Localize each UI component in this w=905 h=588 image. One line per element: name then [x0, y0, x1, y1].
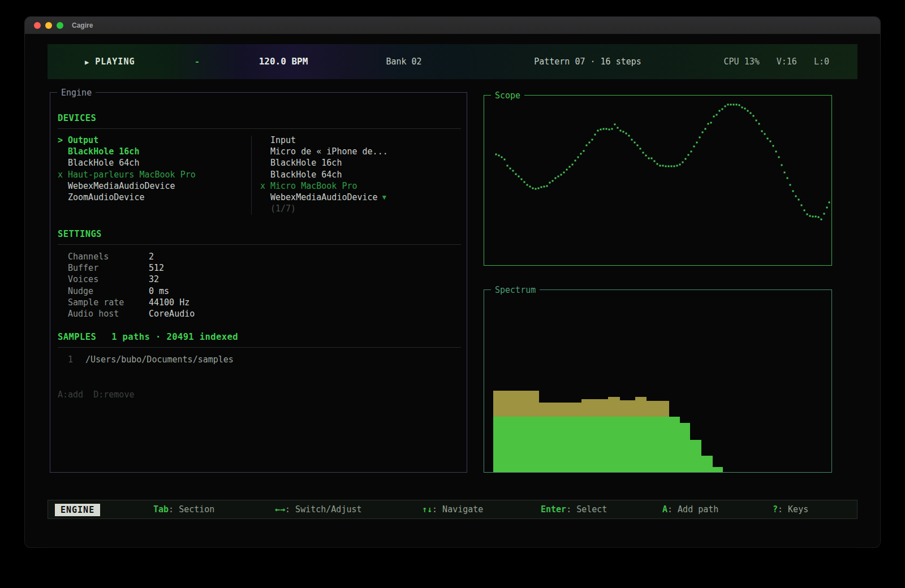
setting-value[interactable]: 44100 Hz — [149, 297, 189, 308]
spectrum-chart — [484, 290, 831, 472]
sample-path-row[interactable]: 1/Users/bubo/Documents/samples — [68, 354, 234, 365]
devices-heading: DEVICES — [58, 113, 96, 123]
samples-key-hint: A:add D:remove — [58, 390, 134, 400]
active-device-marker — [58, 146, 68, 157]
current-section-badge: ENGINE — [55, 504, 100, 516]
setting-row[interactable]: Nudge0 ms — [68, 286, 195, 297]
pattern-display[interactable]: Pattern 07 · 16 steps — [500, 44, 675, 79]
hint-action: : Switch/Adjust — [285, 504, 361, 514]
output-device-item[interactable]: BlackHole 16ch — [58, 146, 250, 157]
setting-label: Nudge — [68, 286, 149, 297]
input-device-item[interactable]: BlackHole 64ch — [260, 169, 458, 180]
close-window-button[interactable] — [34, 22, 41, 29]
output-device-item[interactable]: xHaut-parleurs MacBook Pro — [58, 169, 250, 180]
desktop-background: Cagire ▶PLAYING - 120.0 BPM Bank 02 Patt… — [0, 0, 905, 588]
hint-keys: ?: Keys — [773, 500, 808, 518]
setting-row[interactable]: Sample rate44100 Hz — [68, 297, 195, 308]
devices-divider — [58, 128, 461, 129]
scope-panel: Scope — [484, 95, 832, 266]
hint-action: : Section — [169, 504, 214, 514]
active-device-marker — [260, 157, 270, 168]
window-title: Cagire — [72, 21, 93, 29]
hint-select: Enter: Select — [541, 500, 607, 518]
hint-action: : Navigate — [432, 504, 483, 514]
hint-key: Enter — [541, 504, 566, 514]
setting-value[interactable]: 32 — [149, 274, 159, 285]
scroll-more-icon: ▼ — [382, 192, 386, 203]
hint-key: A — [662, 504, 667, 514]
input-device-item[interactable]: WebexMediaAudioDevice▼ — [260, 192, 458, 203]
device-label: Haut-parleurs MacBook Pro — [68, 169, 196, 180]
active-device-marker — [260, 192, 270, 203]
samples-divider — [58, 347, 461, 348]
hint-add-path: A: Add path — [662, 500, 718, 518]
input-header[interactable]: Input — [260, 135, 458, 146]
device-label: BlackHole 64ch — [270, 169, 342, 180]
device-label: BlackHole 16ch — [270, 157, 342, 168]
spectrum-level-area — [493, 417, 723, 472]
output-device-item[interactable]: BlackHole 64ch — [58, 157, 250, 168]
settings-list: Channels2Buffer512Voices32Nudge0 msSampl… — [68, 251, 195, 319]
bpm-display[interactable]: 120.0 BPM — [224, 44, 343, 79]
app-window: Cagire ▶PLAYING - 120.0 BPM Bank 02 Patt… — [25, 17, 880, 547]
hint-key: Tab — [153, 504, 169, 514]
input-device-item[interactable]: xMicro MacBook Pro — [260, 180, 458, 192]
setting-value[interactable]: CoreAudio — [149, 308, 195, 319]
active-device-marker — [58, 180, 68, 192]
setting-value[interactable]: 2 — [149, 251, 154, 262]
device-label: WebexMediaAudioDevice — [68, 180, 175, 192]
zoom-window-button[interactable] — [57, 22, 63, 29]
settings-divider — [58, 244, 461, 245]
app-content: ▶PLAYING - 120.0 BPM Bank 02 Pattern 07 … — [25, 34, 880, 547]
play-icon: ▶ — [85, 58, 89, 66]
input-device-list: InputMicro de « iPhone de...BlackHole 16… — [260, 135, 458, 214]
active-device-marker — [260, 203, 270, 214]
device-label: WebexMediaAudioDevice — [270, 192, 378, 203]
engine-stats: CPU 13%V:16L:0 — [724, 44, 829, 79]
output-header[interactable]: >Output — [58, 135, 250, 146]
device-label: ZoomAudioDevice — [68, 192, 144, 203]
beat-tick-indicator: - — [195, 44, 200, 79]
transport-status[interactable]: ▶PLAYING — [85, 44, 135, 80]
hint-key: ←→ — [275, 504, 285, 514]
hint-key: ? — [773, 504, 778, 514]
device-label: Micro MacBook Pro — [270, 180, 357, 192]
hint-navigate: ↑↓: Navigate — [422, 500, 483, 518]
output-device-item[interactable]: WebexMediaAudioDevice — [58, 180, 250, 192]
path-index: 1 — [68, 354, 85, 365]
setting-label: Buffer — [68, 262, 149, 274]
setting-value[interactable]: 0 ms — [149, 286, 169, 297]
hint-switch-adjust: ←→: Switch/Adjust — [275, 500, 362, 518]
focus-caret-icon — [260, 135, 270, 146]
input-device-item[interactable]: BlackHole 16ch — [260, 157, 458, 168]
hint-action: : Keys — [778, 504, 808, 514]
input-device-item: (1/7) — [260, 203, 458, 214]
scope-waveform — [484, 96, 831, 265]
input-device-item[interactable]: Micro de « iPhone de... — [260, 146, 458, 157]
spectrum-panel: Spectrum — [484, 289, 832, 473]
hint-action: : Add path — [667, 504, 718, 514]
setting-row[interactable]: Audio hostCoreAudio — [68, 308, 195, 319]
latency-readout: L:0 — [814, 57, 829, 67]
settings-heading: SETTINGS — [58, 229, 102, 239]
setting-value[interactable]: 512 — [149, 262, 164, 274]
hint-key: ↑↓ — [422, 504, 432, 514]
setting-row[interactable]: Buffer512 — [68, 262, 195, 274]
engine-panel: Engine DEVICES >OutputBlackHole 16chBlac… — [50, 92, 467, 473]
bank-display[interactable]: Bank 02 — [353, 44, 455, 79]
voices-readout: V:16 — [777, 57, 797, 67]
samples-summary: 1 paths · 20491 indexed — [111, 332, 238, 342]
active-device-marker — [58, 192, 68, 203]
device-label: (1/7) — [270, 203, 296, 214]
hint-section: Tab: Section — [153, 500, 214, 518]
setting-row[interactable]: Voices32 — [68, 274, 195, 285]
setting-label: Voices — [68, 274, 149, 285]
output-device-list: >OutputBlackHole 16chBlackHole 64chxHaut… — [58, 135, 250, 203]
active-device-marker — [260, 169, 270, 180]
device-label: BlackHole 64ch — [68, 157, 139, 168]
minimize-window-button[interactable] — [45, 22, 52, 29]
window-titlebar[interactable]: Cagire — [25, 17, 880, 34]
transport-bar: ▶PLAYING - 120.0 BPM Bank 02 Pattern 07 … — [48, 44, 857, 79]
output-device-item[interactable]: ZoomAudioDevice — [58, 192, 250, 203]
setting-row[interactable]: Channels2 — [68, 251, 195, 262]
